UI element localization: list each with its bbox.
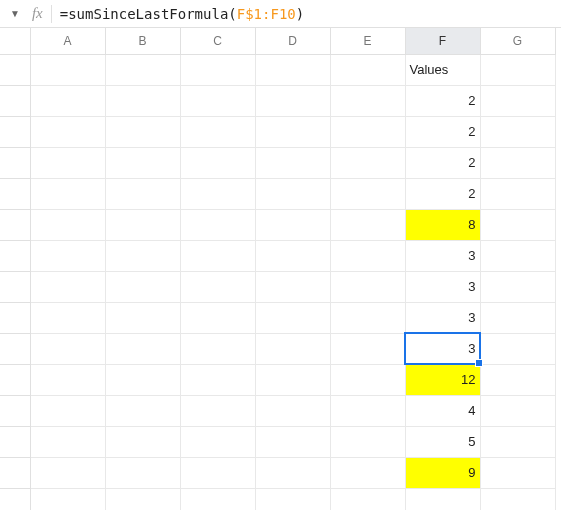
cell-d12[interactable]: [255, 395, 330, 426]
row-header[interactable]: [0, 333, 30, 364]
cell-a2[interactable]: [30, 85, 105, 116]
cell-a7[interactable]: [30, 240, 105, 271]
column-header-a[interactable]: A: [30, 28, 105, 54]
cell-g1[interactable]: [480, 54, 555, 85]
cell-c11[interactable]: [180, 364, 255, 395]
formula-input[interactable]: =sumSinceLastFormula(F$1:F10): [60, 6, 555, 22]
cell-g2[interactable]: [480, 85, 555, 116]
cell-g13[interactable]: [480, 426, 555, 457]
cell-b9[interactable]: [105, 302, 180, 333]
row-header[interactable]: [0, 85, 30, 116]
cell-c9[interactable]: [180, 302, 255, 333]
cell-c7[interactable]: [180, 240, 255, 271]
row-header[interactable]: [0, 395, 30, 426]
cell-c2[interactable]: [180, 85, 255, 116]
cell-a4[interactable]: [30, 147, 105, 178]
cell-e15[interactable]: [330, 488, 405, 510]
row-header[interactable]: [0, 240, 30, 271]
cell-a15[interactable]: [30, 488, 105, 510]
row-header[interactable]: [0, 426, 30, 457]
cell-d13[interactable]: [255, 426, 330, 457]
cell-e3[interactable]: [330, 116, 405, 147]
cell-b5[interactable]: [105, 178, 180, 209]
cell-a14[interactable]: [30, 457, 105, 488]
select-all-corner[interactable]: [0, 28, 30, 54]
cell-a1[interactable]: [30, 54, 105, 85]
cell-d10[interactable]: [255, 333, 330, 364]
cell-e13[interactable]: [330, 426, 405, 457]
cell-f10[interactable]: 3: [405, 333, 480, 364]
cell-c13[interactable]: [180, 426, 255, 457]
cell-e12[interactable]: [330, 395, 405, 426]
cell-c12[interactable]: [180, 395, 255, 426]
cell-g14[interactable]: [480, 457, 555, 488]
cell-b3[interactable]: [105, 116, 180, 147]
cell-a9[interactable]: [30, 302, 105, 333]
cell-e8[interactable]: [330, 271, 405, 302]
row-header[interactable]: [0, 147, 30, 178]
cell-g8[interactable]: [480, 271, 555, 302]
cell-a13[interactable]: [30, 426, 105, 457]
cell-b10[interactable]: [105, 333, 180, 364]
column-header-c[interactable]: C: [180, 28, 255, 54]
cell-f12[interactable]: 4: [405, 395, 480, 426]
cell-f8[interactable]: 3: [405, 271, 480, 302]
row-header[interactable]: [0, 364, 30, 395]
cell-b8[interactable]: [105, 271, 180, 302]
cell-e10[interactable]: [330, 333, 405, 364]
cell-c8[interactable]: [180, 271, 255, 302]
cell-e7[interactable]: [330, 240, 405, 271]
cell-a5[interactable]: [30, 178, 105, 209]
cell-a6[interactable]: [30, 209, 105, 240]
cell-d3[interactable]: [255, 116, 330, 147]
cell-d1[interactable]: [255, 54, 330, 85]
name-box-dropdown-icon[interactable]: ▼: [6, 8, 24, 19]
cell-g4[interactable]: [480, 147, 555, 178]
row-header[interactable]: [0, 178, 30, 209]
cell-g11[interactable]: [480, 364, 555, 395]
row-header[interactable]: [0, 457, 30, 488]
cell-d15[interactable]: [255, 488, 330, 510]
cell-d11[interactable]: [255, 364, 330, 395]
row-header[interactable]: [0, 488, 30, 510]
cell-c5[interactable]: [180, 178, 255, 209]
column-header-d[interactable]: D: [255, 28, 330, 54]
cell-d4[interactable]: [255, 147, 330, 178]
cell-f11[interactable]: 12: [405, 364, 480, 395]
column-header-e[interactable]: E: [330, 28, 405, 54]
cell-e2[interactable]: [330, 85, 405, 116]
cell-g5[interactable]: [480, 178, 555, 209]
cell-f3[interactable]: 2: [405, 116, 480, 147]
cell-g7[interactable]: [480, 240, 555, 271]
cell-a12[interactable]: [30, 395, 105, 426]
cell-b4[interactable]: [105, 147, 180, 178]
row-header[interactable]: [0, 271, 30, 302]
cell-a11[interactable]: [30, 364, 105, 395]
row-header[interactable]: [0, 209, 30, 240]
cell-f6[interactable]: 8: [405, 209, 480, 240]
cell-c4[interactable]: [180, 147, 255, 178]
cell-d7[interactable]: [255, 240, 330, 271]
cell-a8[interactable]: [30, 271, 105, 302]
cell-b2[interactable]: [105, 85, 180, 116]
cell-c15[interactable]: [180, 488, 255, 510]
row-header[interactable]: [0, 116, 30, 147]
row-header[interactable]: [0, 302, 30, 333]
cell-d6[interactable]: [255, 209, 330, 240]
cell-e6[interactable]: [330, 209, 405, 240]
cell-g9[interactable]: [480, 302, 555, 333]
cell-b6[interactable]: [105, 209, 180, 240]
cell-b15[interactable]: [105, 488, 180, 510]
cell-c3[interactable]: [180, 116, 255, 147]
cell-f13[interactable]: 5: [405, 426, 480, 457]
cell-e9[interactable]: [330, 302, 405, 333]
cell-f9[interactable]: 3: [405, 302, 480, 333]
cell-f4[interactable]: 2: [405, 147, 480, 178]
cell-e11[interactable]: [330, 364, 405, 395]
cell-g6[interactable]: [480, 209, 555, 240]
cell-d8[interactable]: [255, 271, 330, 302]
cell-g3[interactable]: [480, 116, 555, 147]
cell-f2[interactable]: 2: [405, 85, 480, 116]
column-header-f[interactable]: F: [405, 28, 480, 54]
cell-c6[interactable]: [180, 209, 255, 240]
